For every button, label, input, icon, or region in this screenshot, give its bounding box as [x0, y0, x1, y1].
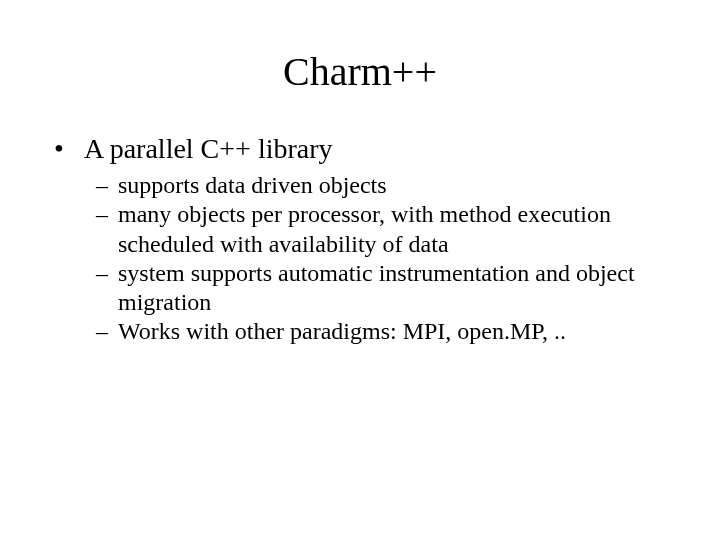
sub-bullet-text: system supports automatic instrumentatio…: [118, 259, 666, 318]
dash-icon: –: [96, 171, 118, 200]
dash-icon: –: [96, 259, 118, 318]
bullet-text: A parallel C++ library: [84, 132, 666, 165]
sub-bullet: – supports data driven objects: [96, 171, 666, 200]
sub-bullet: – system supports automatic instrumentat…: [96, 259, 666, 318]
sub-bullet: – many objects per processor, with metho…: [96, 200, 666, 259]
slide-body: • A parallel C++ library – supports data…: [54, 132, 666, 347]
dash-icon: –: [96, 317, 118, 346]
sub-bullet-text: many objects per processor, with method …: [118, 200, 666, 259]
slide: Charm++ • A parallel C++ library – suppo…: [0, 0, 720, 540]
sub-bullet-text: Works with other paradigms: MPI, open.MP…: [118, 317, 666, 346]
bullet-level1: • A parallel C++ library: [54, 132, 666, 165]
slide-title: Charm++: [0, 48, 720, 95]
sub-bullet-text: supports data driven objects: [118, 171, 666, 200]
bullet-dot-icon: •: [54, 132, 84, 165]
sub-bullet: – Works with other paradigms: MPI, open.…: [96, 317, 666, 346]
sub-list: – supports data driven objects – many ob…: [96, 171, 666, 347]
dash-icon: –: [96, 200, 118, 259]
